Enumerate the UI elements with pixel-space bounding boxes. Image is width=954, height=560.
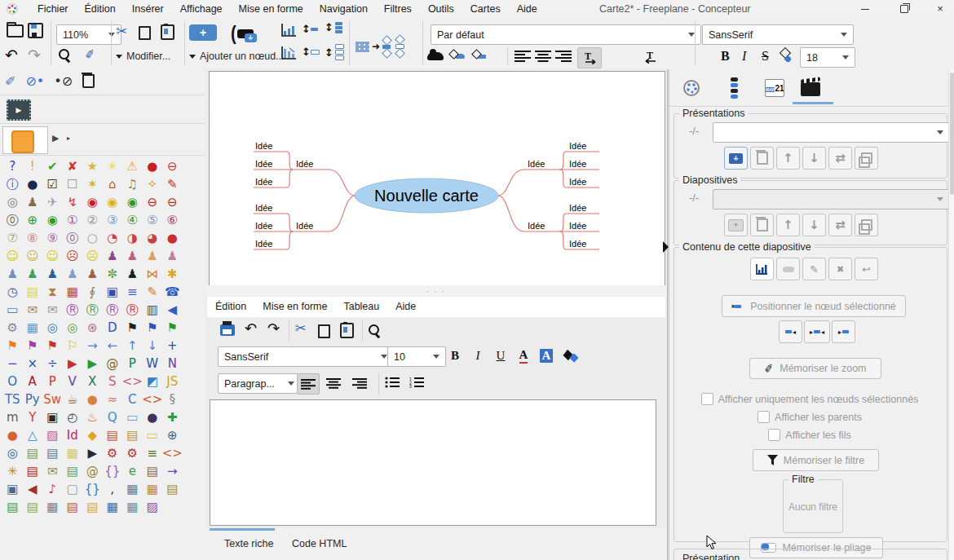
slide-select[interactable] [713, 189, 950, 209]
palette-icon[interactable]: {} [82, 480, 103, 498]
palette-icon[interactable]: ▦ [103, 498, 123, 516]
palette-icon[interactable]: ▤ [2, 498, 23, 516]
palette-icon[interactable]: ▦ [63, 444, 83, 462]
menu-outils[interactable]: Outils [420, 0, 462, 18]
map-child-node[interactable]: Idée [569, 141, 586, 151]
palette-icon[interactable]: ● [143, 408, 163, 426]
palette-icon[interactable]: ∮ [82, 283, 103, 301]
palette-icon[interactable]: Py [23, 390, 43, 408]
icon-wand-icon[interactable]: ✐ [5, 73, 15, 89]
map-child-node[interactable]: Idée [255, 239, 272, 249]
palette-icon[interactable]: ▥ [143, 301, 163, 319]
note-align-center-button[interactable] [323, 373, 344, 393]
palette-icon[interactable]: ☀ [103, 157, 123, 175]
palette-icon[interactable]: ✱ [162, 265, 183, 283]
palette-icon[interactable]: ▤ [82, 498, 103, 516]
menu-mise-en-forme[interactable]: Mise en forme [231, 0, 311, 18]
palette-icon[interactable]: ♟ [23, 193, 43, 211]
note-font-family-select[interactable]: SansSerif [218, 346, 394, 367]
palette-icon[interactable]: ☺ [23, 247, 43, 265]
new-child-node-button[interactable]: + [189, 24, 217, 41]
note-copy-button[interactable] [318, 324, 330, 338]
restore-button[interactable] [890, 0, 918, 18]
bold-button[interactable]: B [721, 49, 730, 64]
palette-icon[interactable]: D [103, 319, 123, 337]
palette-icon[interactable]: ▤ [23, 498, 43, 516]
italic-button[interactable]: I [742, 49, 746, 64]
palette-icon[interactable]: ▭ [122, 408, 143, 426]
menu--dition[interactable]: Édition [77, 0, 124, 18]
palette-icon[interactable]: m [2, 408, 23, 426]
delete-presentation-button[interactable] [750, 147, 774, 170]
map-child-node[interactable]: Idée [255, 159, 272, 169]
palette-icon[interactable]: ♟ [42, 265, 63, 283]
add-slide-button[interactable]: + [724, 214, 748, 236]
palette-icon[interactable]: ⚑ [122, 319, 143, 337]
palette-icon[interactable]: ◉ [103, 193, 123, 211]
palette-icon[interactable]: ◑ [122, 229, 143, 247]
note-font-color-button[interactable]: A [514, 346, 533, 365]
text-direction-rtl-button[interactable]: T [638, 47, 661, 67]
chart-descending-button[interactable] [281, 46, 297, 60]
vertical-dist-outline-button[interactable]: ↕ [325, 44, 344, 60]
note-redo-button[interactable]: ↷ [267, 320, 280, 337]
palette-icon[interactable]: <> [122, 373, 143, 390]
palette-icon[interactable]: ● [82, 390, 103, 408]
palette-icon[interactable]: ☕ [63, 390, 83, 408]
memorize-zoom-button[interactable]: ✐ Mémoriser le zoom [749, 358, 881, 379]
palette-icon[interactable]: ◕ [143, 229, 163, 247]
palette-icon[interactable]: ● [23, 175, 43, 193]
palette-icon[interactable]: ⌂ [103, 175, 123, 193]
palette-icon[interactable]: C [122, 390, 143, 408]
palette-icon[interactable]: ⊕ [162, 426, 183, 444]
palette-icon[interactable]: ⋈ [143, 265, 163, 283]
palette-icon[interactable]: ▦ [143, 480, 163, 498]
palette-icon[interactable]: Ⓡ [63, 301, 83, 319]
palette-icon[interactable]: ⑥ [162, 211, 183, 229]
palette-icon[interactable]: ✎ [143, 283, 163, 301]
palette-icon[interactable]: ← [103, 337, 123, 355]
palette-icon[interactable]: ≈ [103, 390, 123, 408]
palette-icon[interactable]: ✧ [143, 175, 163, 193]
map-root-node[interactable]: Nouvelle carte [374, 187, 479, 205]
palette-icon[interactable]: ⚙ [122, 444, 143, 462]
palette-icon[interactable]: ⑤ [143, 211, 163, 229]
style-select[interactable]: Par défaut [431, 24, 701, 45]
style-to-node-button[interactable] [473, 49, 486, 59]
palette-icon[interactable]: ⓪ [63, 229, 83, 247]
palette-icon[interactable]: ⚑ [23, 337, 43, 355]
map-child-node[interactable]: Idée [255, 221, 272, 231]
palette-icon[interactable]: ✉ [23, 301, 43, 319]
palette-icon[interactable]: ⚑ [2, 337, 23, 355]
palette-icon[interactable]: ♟ [162, 247, 183, 265]
palette-icon[interactable]: ▣ [2, 480, 23, 498]
note-highlight-button[interactable]: A [537, 346, 556, 365]
palette-icon[interactable]: V [63, 373, 83, 390]
palette-icon[interactable]: Y [23, 408, 43, 426]
slide-callout-button[interactable]: ↩ [855, 258, 878, 280]
palette-icon[interactable]: ✼ [103, 265, 123, 283]
palette-icon[interactable]: ▤ [63, 462, 83, 480]
panel-collapse-arrow-icon[interactable] [663, 241, 669, 253]
palette-icon[interactable]: ⚐ [63, 337, 83, 355]
palette-icon[interactable]: ⓪ [2, 211, 23, 229]
palette-icon[interactable]: P [122, 355, 143, 373]
align-right-button[interactable] [555, 51, 572, 62]
palette-icon[interactable]: ● [2, 426, 23, 444]
note-menu-aide[interactable]: Aide [387, 297, 424, 317]
palette-icon[interactable]: ◎ [42, 319, 63, 337]
palette-icon[interactable]: ☺ [2, 247, 23, 265]
palette-icon[interactable]: ♟ [143, 247, 163, 265]
tab-calendar[interactable]: MAR21 [762, 76, 787, 100]
undo-button[interactable]: ↶ [5, 46, 18, 64]
note-menu-tableau[interactable]: Tableau [335, 297, 387, 317]
note-align-right-button[interactable] [349, 373, 370, 393]
palette-icon[interactable]: ★ [82, 157, 103, 175]
palette-icon[interactable]: ☹ [82, 247, 103, 265]
palette-icon[interactable]: ⚠ [122, 157, 143, 175]
note-bold-button[interactable]: B [445, 346, 465, 365]
add-presentation-button[interactable]: + [724, 147, 748, 170]
palette-icon[interactable]: ♟ [103, 247, 123, 265]
palette-icon[interactable]: ◉ [42, 211, 63, 229]
map-child-node[interactable]: Idée [569, 177, 586, 187]
